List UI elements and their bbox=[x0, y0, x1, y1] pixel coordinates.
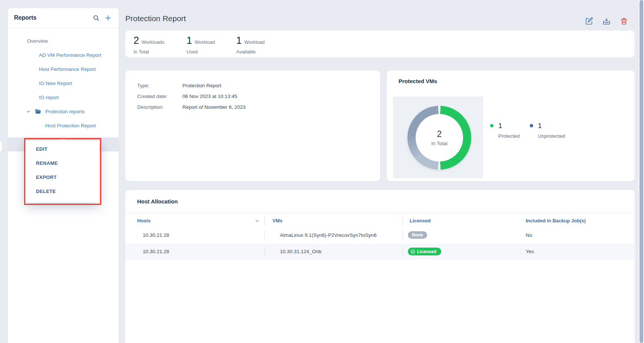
column-separator bbox=[264, 215, 265, 225]
sidebar-item-label: Host Performance Report bbox=[39, 66, 96, 72]
column-header-included[interactable]: Included in Backup Job(s) bbox=[526, 218, 586, 223]
detail-row-created-date: Created date: 06 Nov 2023 at 10:13:45 bbox=[137, 91, 380, 102]
page-title: Protection Report bbox=[125, 14, 186, 23]
stat-unit: Workload bbox=[244, 39, 265, 45]
table-row[interactable]: 10.30.21.28 AlmaLinux 9.1(Syn6)-P2Vrecov… bbox=[125, 227, 635, 244]
sidebar-item-host-protection-report[interactable]: Host Protection Report bbox=[8, 118, 119, 133]
sidebar-item-io-report[interactable]: IO report bbox=[8, 90, 119, 104]
sidebar-item-ad-vm-performance-report[interactable]: AD VM Performance Report bbox=[8, 48, 119, 62]
report-details-card: Type: Protection Report Created date: 06… bbox=[125, 71, 380, 181]
sort-chevron-icon[interactable] bbox=[255, 218, 260, 223]
donut-total-value: 2 bbox=[437, 129, 442, 139]
sidebar-folder-protection-reports[interactable]: Protection reports bbox=[8, 104, 119, 118]
host-allocation-title: Host Allocation bbox=[137, 198, 178, 205]
stat-caption: Available bbox=[236, 49, 265, 55]
sidebar-title: Reports bbox=[14, 14, 93, 21]
vertical-scrollbar-thumb[interactable] bbox=[640, 0, 643, 343]
stat-value: 2 bbox=[133, 35, 139, 46]
stat-total: 2Workloads In Total bbox=[133, 35, 164, 55]
stat-used: 1Workload Used bbox=[186, 35, 215, 55]
menu-item-export[interactable]: EXPORT bbox=[26, 170, 99, 184]
cell-host: 10.30.21.28 bbox=[143, 249, 169, 254]
sidebar-item-label: Host Protection Report bbox=[45, 123, 96, 128]
detail-value: 06 Nov 2023 at 10:13:45 bbox=[182, 94, 237, 99]
sidebar-item-label: Protection reports bbox=[45, 109, 85, 114]
add-report-icon[interactable] bbox=[104, 14, 112, 22]
sidebar-item-label: IO New Report bbox=[39, 81, 72, 86]
legend-dot-blue bbox=[530, 124, 533, 127]
sidebar-item-overview[interactable]: Overview bbox=[8, 34, 119, 48]
sidebar-header: Reports bbox=[8, 8, 119, 28]
report-actions bbox=[585, 17, 628, 25]
stat-value: 1 bbox=[186, 35, 192, 46]
menu-item-rename[interactable]: RENAME bbox=[26, 156, 99, 170]
sidebar-item-host-performance-report[interactable]: Host Performance Report bbox=[8, 62, 119, 76]
sidebar-item-label: Overview bbox=[27, 38, 48, 44]
donut-chart-panel: 2 In Total bbox=[393, 97, 483, 178]
legend-value: 1 bbox=[498, 122, 520, 130]
cell-included: Yes bbox=[526, 249, 534, 254]
sidebar-item-label: IO report bbox=[39, 95, 59, 100]
column-separator bbox=[403, 247, 403, 257]
delete-report-icon[interactable] bbox=[620, 17, 628, 25]
detail-value: Protection Report bbox=[182, 83, 221, 88]
check-circle-icon bbox=[410, 249, 415, 254]
column-separator bbox=[264, 231, 265, 240]
export-report-icon[interactable] bbox=[602, 17, 611, 25]
workloads-summary-card: 2Workloads In Total 1Workload Used 1Work… bbox=[125, 30, 635, 58]
cell-licensed: None bbox=[408, 231, 427, 239]
stat-caption: In Total bbox=[133, 49, 164, 55]
legend-label: Unprotected bbox=[538, 133, 565, 139]
cell-vm: AlmaLinux 9.1(Syn6)-P2VrecovSyn7toSyn6 bbox=[280, 232, 377, 238]
cell-included: No bbox=[526, 232, 532, 238]
cell-host: 10.30.21.28 bbox=[143, 232, 169, 238]
sidebar-item-label: AD VM Performance Report bbox=[39, 52, 101, 58]
host-allocation-card: Host Allocation Hosts VMs Licensed Inclu… bbox=[125, 190, 635, 343]
license-badge-none: None bbox=[408, 231, 427, 239]
column-separator bbox=[403, 215, 403, 225]
legend-value: 1 bbox=[538, 122, 565, 130]
stat-unit: Workloads bbox=[142, 39, 164, 45]
menu-item-edit[interactable]: EDIT bbox=[26, 142, 99, 156]
detail-row-description: Description: Report of November 6, 2023 bbox=[137, 102, 380, 112]
legend-dot-green bbox=[490, 124, 493, 127]
sidebar-item-io-new-report[interactable]: IO New Report bbox=[8, 76, 119, 90]
stat-caption: Used bbox=[186, 49, 215, 55]
legend-item-protected: 1 Protected bbox=[490, 122, 520, 139]
protected-vms-card: Protected VMs 2 In Total 1 Protected 1 U… bbox=[387, 71, 635, 181]
badge-label: Licensed bbox=[417, 249, 436, 254]
column-separator bbox=[403, 231, 403, 240]
detail-row-type: Type: Protection Report bbox=[137, 80, 380, 91]
sidebar-collapse-handle[interactable] bbox=[0, 141, 3, 152]
table-row[interactable]: 10.30.21.28 10.30.31.124_Onb Licensed Ye… bbox=[125, 244, 635, 260]
protected-vms-title: Protected VMs bbox=[399, 78, 437, 84]
column-header-hosts[interactable]: Hosts bbox=[137, 218, 151, 223]
legend-label: Protected bbox=[498, 133, 520, 139]
detail-value: Report of November 6, 2023 bbox=[182, 104, 245, 110]
detail-label: Created date: bbox=[137, 94, 182, 99]
open-folder-icon bbox=[34, 108, 42, 115]
detail-label: Description: bbox=[137, 104, 182, 110]
column-header-licensed[interactable]: Licensed bbox=[410, 218, 430, 223]
legend-item-unprotected: 1 Unprotected bbox=[530, 122, 565, 139]
menu-item-delete[interactable]: DELETE bbox=[26, 184, 99, 199]
detail-label: Type: bbox=[137, 83, 182, 88]
donut-total-label: In Total bbox=[431, 141, 447, 146]
license-badge-licensed: Licensed bbox=[408, 248, 441, 255]
stat-available: 1Workload Available bbox=[236, 35, 265, 55]
column-separator bbox=[264, 247, 265, 257]
donut-legend: 1 Protected 1 Unprotected bbox=[490, 122, 565, 139]
stat-unit: Workload bbox=[195, 39, 215, 45]
table-header-row: Hosts VMs Licensed Included in Backup Jo… bbox=[125, 213, 635, 227]
reports-tree: Overview AD VM Performance Report Host P… bbox=[8, 34, 119, 133]
search-icon[interactable] bbox=[93, 14, 100, 22]
donut-center: 2 In Total bbox=[416, 114, 463, 161]
chevron-down-icon[interactable] bbox=[26, 109, 31, 114]
cell-licensed: Licensed bbox=[408, 248, 441, 255]
context-menu: EDIT RENAME EXPORT DELETE bbox=[26, 140, 99, 203]
cell-vm: 10.30.31.124_Onb bbox=[280, 249, 321, 254]
protected-vms-donut-chart: 2 In Total bbox=[407, 106, 471, 170]
stat-value: 1 bbox=[236, 35, 242, 46]
edit-report-icon[interactable] bbox=[585, 17, 593, 25]
column-header-vms[interactable]: VMs bbox=[273, 218, 283, 223]
